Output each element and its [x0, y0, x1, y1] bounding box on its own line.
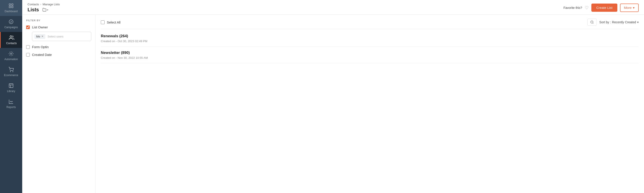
created-date-label: Created Date	[32, 53, 52, 57]
tag-me-label: Me	[36, 35, 40, 38]
sort-chevron-icon: ▾	[637, 20, 639, 24]
header-left: Contacts › Manage Lists Lists ▾	[28, 3, 60, 13]
select-all-checkbox[interactable]	[101, 20, 104, 24]
breadcrumb-parent[interactable]: Contacts	[28, 3, 39, 6]
list-item[interactable]: Newsletter (890) Created on - Nov 30, 20…	[101, 47, 639, 63]
search-button[interactable]	[587, 19, 597, 26]
sidebar-item-reports-label: Reports	[6, 106, 16, 109]
svg-rect-3	[12, 6, 13, 8]
sidebar-item-dashboard-label: Dashboard	[5, 10, 18, 13]
created-date-row: Created Date	[26, 53, 91, 57]
svg-rect-9	[9, 84, 13, 88]
svg-point-5	[10, 36, 12, 37]
contacts-icon	[9, 35, 14, 40]
sort-value: Recently Created	[612, 20, 636, 24]
sidebar: Dashboard Campaigns Contacts Automation …	[0, 0, 22, 193]
folder-icon	[42, 8, 46, 12]
create-list-button[interactable]: Create List	[591, 3, 617, 12]
sidebar-item-ecommerce[interactable]: Ecommerce	[0, 64, 22, 80]
sidebar-item-campaigns[interactable]: Campaigns	[0, 16, 22, 32]
sort-dropdown[interactable]: Sort by : Recently Created ▾	[599, 20, 639, 24]
list-item[interactable]: Renewals (264) Created on - Oct 30, 2023…	[101, 30, 639, 47]
tag-container: Me ✕ Select users	[32, 32, 91, 41]
svg-point-4	[9, 20, 13, 24]
search-icon	[590, 20, 594, 24]
breadcrumb: Contacts › Manage Lists	[28, 3, 60, 6]
library-icon	[8, 83, 14, 88]
content-area: FILTER BY List Owner Me ✕ Select users	[22, 15, 644, 193]
sidebar-item-campaigns-label: Campaigns	[4, 26, 18, 29]
filter-section-list-owner: List Owner Me ✕ Select users	[26, 25, 91, 41]
breadcrumb-current: Manage Lists	[43, 3, 60, 6]
sidebar-item-reports[interactable]: Reports	[0, 96, 22, 112]
list-item-name: Renewals (264)	[101, 34, 639, 38]
list-item-name: Newsletter (890)	[101, 51, 639, 55]
more-chevron-icon: ▾	[633, 6, 635, 10]
favorite-text: Favorite this?	[564, 6, 582, 9]
breadcrumb-separator: ›	[40, 3, 41, 6]
page-title: Lists	[28, 7, 39, 13]
sidebar-item-ecommerce-label: Ecommerce	[4, 74, 18, 77]
toolbar-right: Sort by : Recently Created ▾	[587, 19, 639, 26]
svg-point-7	[10, 71, 11, 72]
folder-chevron-icon: ▾	[47, 9, 48, 11]
list-item-meta: Created on - Oct 30, 2023 02:49 PM	[101, 39, 639, 43]
sidebar-item-contacts-label: Contacts	[6, 42, 17, 45]
filter-title: FILTER BY	[26, 19, 91, 22]
tag-me-remove[interactable]: ✕	[41, 35, 44, 38]
dashboard-icon	[8, 3, 14, 8]
form-optin-label: Form Optin	[32, 45, 49, 49]
automation-icon	[8, 51, 14, 56]
svg-point-8	[13, 71, 13, 72]
main-content: Contacts › Manage Lists Lists ▾ Favorite…	[22, 0, 644, 193]
filter-panel: FILTER BY List Owner Me ✕ Select users	[22, 15, 96, 193]
campaigns-icon	[8, 19, 14, 24]
more-label: More	[624, 6, 632, 9]
select-users-placeholder[interactable]: Select users	[47, 34, 64, 39]
svg-point-10	[591, 21, 593, 23]
svg-rect-1	[12, 4, 13, 5]
more-button[interactable]: More ▾	[620, 3, 639, 12]
list-panel: Select All Sort by : Recently Created ▾	[96, 15, 644, 193]
svg-rect-2	[9, 6, 11, 8]
svg-point-6	[10, 53, 12, 54]
folder-button[interactable]: ▾	[41, 7, 50, 13]
list-item-meta: Created on - Nov 30, 2022 10:55 AM	[101, 56, 639, 59]
list-owner-checkbox[interactable]	[26, 25, 30, 29]
list-owner-label: List Owner	[32, 25, 48, 29]
select-all-row: Select All	[101, 20, 120, 24]
heart-icon[interactable]: ♡	[585, 5, 589, 10]
sidebar-item-automation[interactable]: Automation	[0, 48, 22, 64]
svg-rect-0	[9, 4, 11, 5]
filter-section-created-date: Created Date	[26, 53, 91, 57]
created-date-checkbox[interactable]	[26, 53, 30, 57]
list-toolbar: Select All Sort by : Recently Created ▾	[101, 15, 639, 29]
list-owner-row: List Owner	[26, 25, 91, 29]
sidebar-item-library-label: Library	[7, 90, 15, 93]
tag-me: Me ✕	[34, 34, 45, 39]
sidebar-item-library[interactable]: Library	[0, 80, 22, 96]
filter-section-form-optin: Form Optin	[26, 45, 91, 49]
sort-prefix: Sort by :	[599, 20, 611, 24]
select-all-label: Select All	[107, 20, 120, 24]
sidebar-item-automation-label: Automation	[4, 58, 18, 61]
reports-icon	[8, 99, 14, 104]
top-header: Contacts › Manage Lists Lists ▾ Favorite…	[22, 0, 644, 15]
header-right: Favorite this? ♡ Create List More ▾	[564, 3, 639, 12]
page-title-row: Lists ▾	[28, 7, 60, 13]
ecommerce-icon	[8, 67, 14, 72]
sidebar-item-dashboard[interactable]: Dashboard	[0, 0, 22, 16]
form-optin-row: Form Optin	[26, 45, 91, 49]
sidebar-item-contacts[interactable]: Contacts	[0, 32, 22, 48]
form-optin-checkbox[interactable]	[26, 45, 30, 49]
list-items-container: Renewals (264) Created on - Oct 30, 2023…	[101, 30, 639, 63]
